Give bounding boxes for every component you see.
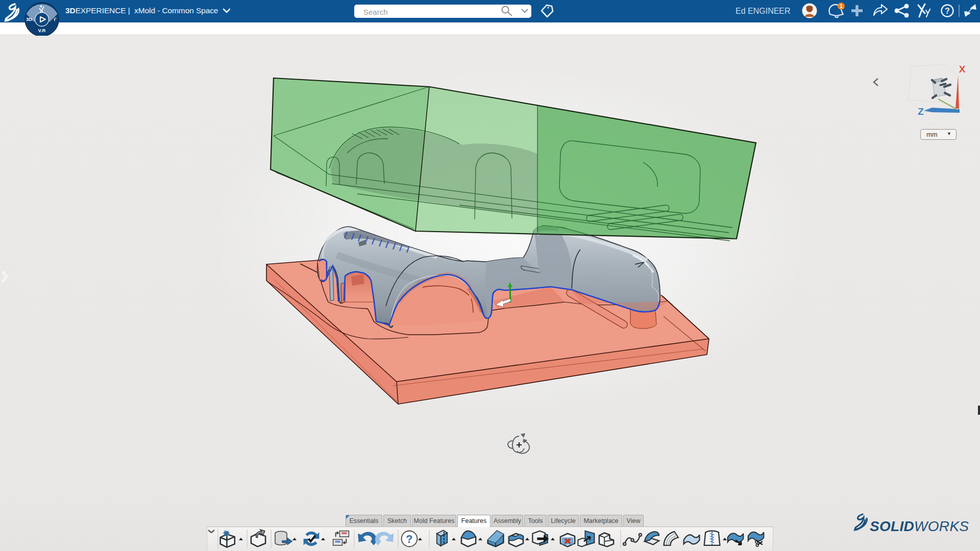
svg-text:Z: Z: [918, 106, 924, 117]
svg-text:X: X: [959, 64, 966, 74]
svg-text:?: ?: [406, 533, 412, 545]
svg-text:SOLIDWORKS: SOLIDWORKS: [870, 518, 969, 534]
